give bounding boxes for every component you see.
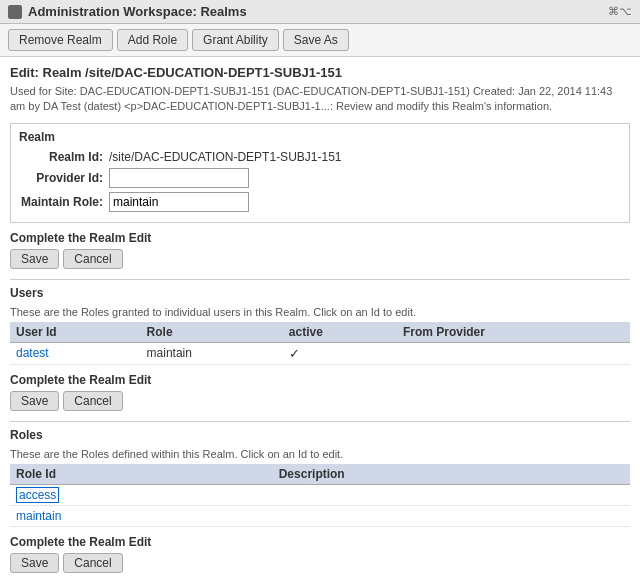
- col-user-id: User Id: [10, 322, 141, 343]
- maintain-role-row: Maintain Role:: [19, 192, 621, 212]
- edit-description: Used for Site: DAC-EDUCATION-DEPT1-SUBJ1…: [10, 84, 630, 115]
- btn-row-2: Save Cancel: [10, 391, 630, 411]
- role-id-link-access[interactable]: access: [16, 487, 59, 503]
- complete-title-2: Complete the Realm Edit: [10, 373, 630, 387]
- table-row: datest maintain ✓: [10, 342, 630, 364]
- cancel-button-1[interactable]: Cancel: [63, 249, 122, 269]
- role-id-cell-access: access: [10, 484, 273, 505]
- role-desc-cell-maintain: [273, 505, 630, 526]
- role-id-cell-maintain: maintain: [10, 505, 273, 526]
- cancel-button-2[interactable]: Cancel: [63, 391, 122, 411]
- divider-1: [10, 279, 630, 280]
- table-row: access: [10, 484, 630, 505]
- grant-ability-button[interactable]: Grant Ability: [192, 29, 279, 51]
- edit-header: Edit: Realm /site/DAC-EDUCATION-DEPT1-SU…: [10, 65, 630, 80]
- table-row: maintain: [10, 505, 630, 526]
- page-title: Administration Workspace: Realms: [28, 4, 247, 19]
- roles-table-header: Role Id Description: [10, 464, 630, 485]
- maintain-role-input[interactable]: [109, 192, 249, 212]
- role-desc-cell-access: [273, 484, 630, 505]
- active-cell: ✓: [283, 342, 397, 364]
- title-bar: Administration Workspace: Realms ⌘⌥: [0, 0, 640, 24]
- user-id-cell: datest: [10, 342, 141, 364]
- col-active: active: [283, 322, 397, 343]
- complete-section-2: Complete the Realm Edit Save Cancel: [10, 373, 630, 411]
- realm-section: Realm Realm Id: /site/DAC-EDUCATION-DEPT…: [10, 123, 630, 223]
- realm-id-label: Realm Id:: [19, 150, 109, 164]
- roles-title: Roles: [10, 428, 630, 442]
- col-role-id: Role Id: [10, 464, 273, 485]
- save-button-1[interactable]: Save: [10, 249, 59, 269]
- roles-table: Role Id Description access maintain: [10, 464, 630, 527]
- active-checkmark: ✓: [289, 346, 300, 361]
- users-description: These are the Roles granted to individua…: [10, 306, 630, 318]
- admin-icon: [8, 5, 22, 19]
- save-as-button[interactable]: Save As: [283, 29, 349, 51]
- cancel-button-3[interactable]: Cancel: [63, 553, 122, 573]
- maintain-role-label: Maintain Role:: [19, 195, 109, 209]
- add-role-button[interactable]: Add Role: [117, 29, 188, 51]
- complete-title-1: Complete the Realm Edit: [10, 231, 630, 245]
- save-button-3[interactable]: Save: [10, 553, 59, 573]
- complete-section-3: Complete the Realm Edit Save Cancel: [10, 535, 630, 573]
- provider-id-input[interactable]: [109, 168, 249, 188]
- title-shortcut: ⌘⌥: [608, 5, 632, 18]
- users-table: User Id Role active From Provider datest…: [10, 322, 630, 365]
- provider-id-row: Provider Id:: [19, 168, 621, 188]
- remove-realm-button[interactable]: Remove Realm: [8, 29, 113, 51]
- realm-id-value: /site/DAC-EDUCATION-DEPT1-SUBJ1-151: [109, 150, 342, 164]
- toolbar: Remove Realm Add Role Grant Ability Save…: [0, 24, 640, 57]
- realm-section-title: Realm: [19, 130, 621, 144]
- btn-row-1: Save Cancel: [10, 249, 630, 269]
- role-id-link-maintain[interactable]: maintain: [16, 509, 61, 523]
- roles-section: Roles These are the Roles defined within…: [10, 428, 630, 527]
- col-description: Description: [273, 464, 630, 485]
- provider-id-label: Provider Id:: [19, 171, 109, 185]
- role-cell: maintain: [141, 342, 283, 364]
- main-content: Edit: Realm /site/DAC-EDUCATION-DEPT1-SU…: [0, 57, 640, 587]
- users-title: Users: [10, 286, 630, 300]
- complete-title-3: Complete the Realm Edit: [10, 535, 630, 549]
- user-id-link[interactable]: datest: [16, 346, 49, 360]
- roles-description: These are the Roles defined within this …: [10, 448, 630, 460]
- users-section: Users These are the Roles granted to ind…: [10, 286, 630, 365]
- save-button-2[interactable]: Save: [10, 391, 59, 411]
- col-role: Role: [141, 322, 283, 343]
- complete-section-1: Complete the Realm Edit Save Cancel: [10, 231, 630, 269]
- col-from-provider: From Provider: [397, 322, 630, 343]
- realm-id-row: Realm Id: /site/DAC-EDUCATION-DEPT1-SUBJ…: [19, 150, 621, 164]
- from-provider-cell: [397, 342, 630, 364]
- divider-2: [10, 421, 630, 422]
- users-table-header: User Id Role active From Provider: [10, 322, 630, 343]
- btn-row-3: Save Cancel: [10, 553, 630, 573]
